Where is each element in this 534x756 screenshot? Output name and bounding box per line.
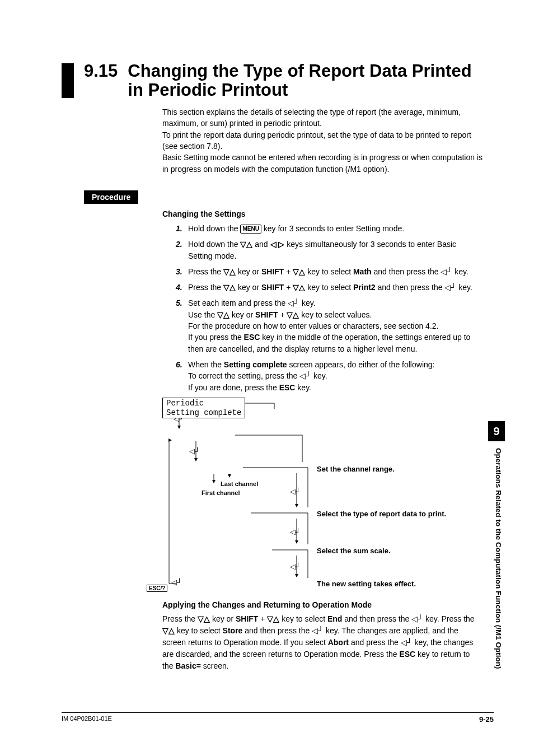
section-title: Changing the Type of Report Data Printed… [128,62,484,100]
footer-doc-id: IM 04P02B01-01E [62,715,112,724]
enter-key-icon: ◁┘ [288,298,299,307]
step-num: 3. [176,266,188,277]
cap-set-channel-range: Set the channel range. [317,465,395,473]
sel: End [327,614,342,623]
step-text: Hold down the ▽△ and ◁ ▷ keys simultaneo… [188,239,472,262]
flow-diagram: ◁┘ ◁┘ ◁┘ ◁┘ ◁┘ ◁┘ ESC/? Basic=Math Math=… [162,398,484,599]
t: When the [188,360,224,369]
shift-key: SHIFT [261,267,284,276]
t: To correct the setting, press the [188,371,299,380]
enter-key-icon: ◁┘ [290,528,301,536]
t: Press the [188,267,223,276]
step-num: 2. [176,239,188,262]
cap-select-sum-scale: Select the sum scale. [317,547,391,555]
t: key. [295,383,311,392]
subhead-changing-settings: Changing the Settings [162,209,484,218]
updown-key-icon: ▽△ [293,283,305,292]
t: key. Press the [423,614,475,623]
t: Hold down the [188,224,240,233]
t: and [252,240,270,249]
t: key or [229,310,255,319]
t: key. [452,267,469,276]
steps-list: 1. Hold down the MENU key for 3 seconds … [162,223,484,393]
updown-key-icon: ▽△ [240,240,252,249]
sel: Print2 [353,283,376,292]
section-number: 9.15 [84,62,118,81]
t: key for 3 seconds to enter Setting mode. [261,224,404,233]
step-4: 4. Press the ▽△ key or SHIFT + ▽△ key to… [176,282,472,293]
t: key to select [305,267,353,276]
page-footer: IM 04P02B01-01E 9-25 [62,712,494,724]
t: key or [236,283,261,292]
step-text: Hold down the MENU key for 3 seconds to … [188,223,472,234]
t: key to select values. [299,310,372,319]
intro-p1: This section explains the details of sel… [162,106,484,129]
cap-first-channel: First channel [202,489,240,496]
t: and then press the [376,283,445,292]
t: screen. [201,661,229,670]
enter-key-icon: ◁┘ [312,626,324,635]
apply-text: Press the ▽△ key or SHIFT + ▽△ key to se… [162,613,478,672]
step-1: 1. Hold down the MENU key for 3 seconds … [176,223,472,234]
t: Hold down the [188,240,240,249]
section-heading: 9.15 Changing the Type of Report Data Pr… [62,62,484,100]
enter-key-icon: ◁┘ [290,487,301,496]
step-text: When the Setting complete screen appears… [188,359,472,393]
t: If you press the [188,333,244,342]
sel: Math [353,267,372,276]
enter-key-icon: ◁┘ [299,371,311,380]
t: Set each item and press the [188,298,288,307]
updown-key-icon: ▽△ [267,614,279,623]
side-chapter-text: Operations Related to the Computation Fu… [494,448,503,669]
enter-key-icon: ◁┘ [290,562,301,571]
t: key. [311,371,327,380]
t: and then press the [372,267,441,276]
page: 9.15 Changing the Type of Report Data Pr… [0,0,534,756]
t: Press the [162,614,198,623]
cap-select-report-type: Select the type of report data to print. [317,510,446,518]
updown-key-icon: ▽△ [223,267,236,276]
step-text: Set each item and press the ◁┘ key. Use … [188,297,472,354]
updown-key-icon: ▽△ [287,310,299,319]
cap-new-setting: The new setting takes effect. [317,580,416,588]
t: key to select [305,283,353,292]
esc-key: ESC [399,650,415,659]
flow-box-complete: Periodic Setting complete [162,398,245,419]
step-text: Press the ▽△ key or SHIFT + ▽△ key to se… [188,266,472,277]
t: key or [210,614,236,623]
footer-page-number: 9-25 [479,715,494,724]
section-marker-bar [62,63,74,98]
step-5: 5. Set each item and press the ◁┘ key. U… [176,297,472,354]
step-num: 1. [176,223,188,234]
updown-key-icon: ▽△ [162,626,175,635]
step-num: 6. [176,359,188,393]
menu-key-icon: MENU [240,225,261,234]
t: Setting complete [166,408,241,417]
sel: Setting complete [224,360,287,369]
t: key to select [279,614,327,623]
procedure-label: Procedure [84,190,138,204]
shift-key: SHIFT [261,283,284,292]
t: If you are done, press the [188,383,279,392]
step-num: 5. [176,297,188,354]
side-chapter-tab: 9 [488,421,505,441]
t: and press the [349,638,401,647]
t: key. [456,283,472,292]
leftright-key-icon: ◁ ▷ [270,240,285,249]
flow-lines [162,398,476,599]
t: and then press the [342,614,411,623]
enter-key-icon: ◁┘ [411,614,423,623]
step-text: Press the ▽△ key or SHIFT + ▽△ key to se… [188,282,472,293]
intro-block: This section explains the details of sel… [162,106,484,175]
updown-key-icon: ▽△ [293,267,305,276]
t: Use the [188,310,217,319]
t: key to select [175,626,223,635]
sel: Store [223,626,243,635]
step-2: 2. Hold down the ▽△ and ◁ ▷ keys simulta… [176,239,472,262]
apply-heading: Applying the Changes and Returning to Op… [162,599,478,611]
step-6: 6. When the Setting complete screen appe… [176,359,472,393]
step-3: 3. Press the ▽△ key or SHIFT + ▽△ key to… [176,266,472,277]
esc-key-icon: ESC/? [147,585,167,592]
cap-last-channel: Last channel [221,480,258,487]
intro-p3: Basic Setting mode cannot be entered whe… [162,152,484,175]
